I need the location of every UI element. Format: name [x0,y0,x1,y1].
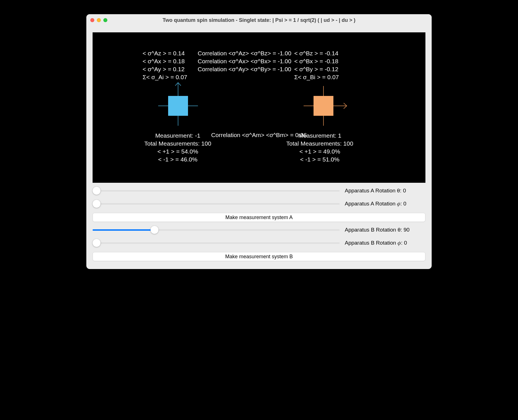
slider-row-a-phi: Apparatus A Rotation 𝜙: 0 [93,199,425,209]
correlation-m: Correlation <σ^Am> <σ^Bm> = 0.06 [93,132,425,138]
close-icon[interactable] [90,18,94,22]
measurements-b: Measurement: 1 Total Measurements: 100 <… [269,132,371,163]
slider-row-b-theta: Apparatus B Rotation θ: 90 [93,225,425,235]
window-title: Two quantum spin simulation - Singlet st… [86,17,432,23]
apparatus-b [299,82,348,130]
app-window: Two quantum spin simulation - Singlet st… [86,14,432,269]
slider-a-theta-label: Apparatus A Rotation θ: 0 [345,188,406,194]
measurement-b-minus: < -1 > = 51.0% [269,156,371,163]
slider-a-theta[interactable] [93,186,340,196]
measure-b-button[interactable]: Make measurement system B [93,252,425,261]
measurement-b-result: Measurement: 1 [269,132,371,140]
fullscreen-icon[interactable] [103,18,107,22]
sigma-bz-value: < σ^Bz > = -0.14 [294,49,362,57]
apparatus-b-icon [299,82,348,130]
measure-b-button-label: Make measurement system B [225,254,293,260]
slider-b-theta-label: Apparatus B Rotation θ: 90 [345,227,410,233]
slider-a-phi[interactable] [93,199,340,209]
sigma-bx-value: < σ^Bx > = -0.18 [294,57,362,65]
slider-b-phi[interactable] [93,238,340,248]
measurement-a-minus: < -1 > = 46.0% [127,156,229,163]
apparatus-a-icon [154,82,202,130]
sigma-by-value: < σ^By > = -0.12 [294,65,362,73]
apparatus-a [154,82,202,130]
stats-column-b: < σ^Bz > = -0.14 < σ^Bx > = -0.18 < σ^By… [294,49,362,81]
measurement-b-plus: < +1 > = 49.0% [269,148,371,156]
slider-a-phi-label: Apparatus A Rotation 𝜙: 0 [345,201,406,207]
titlebar: Two quantum spin simulation - Singlet st… [86,14,432,26]
window-controls [90,18,107,22]
sigma-a-sum-value: Σ< σ_Ai > = 0.07 [143,73,211,81]
svg-rect-4 [168,96,188,116]
measurement-a-plus: < +1 > = 54.0% [127,148,229,156]
slider-row-b-phi: Apparatus B Rotation 𝜙: 0 [93,238,425,248]
measurement-b-total: Total Measurements: 100 [269,140,371,148]
minimize-icon[interactable] [97,18,101,22]
simulation-canvas: < σ^Az > = 0.14 < σ^Ax > = 0.18 < σ^Ay >… [93,32,425,183]
measure-a-button[interactable]: Make measurement system A [93,213,425,222]
slider-b-theta[interactable] [93,225,340,235]
measurement-a-total: Total Measurements: 100 [127,140,229,148]
slider-b-phi-label: Apparatus B Rotation 𝜙: 0 [345,240,407,246]
slider-row-a-theta: Apparatus A Rotation θ: 0 [93,186,425,196]
measure-a-button-label: Make measurement system A [225,215,293,220]
sigma-b-sum-value: Σ< σ_Bi > = 0.07 [294,73,362,81]
svg-rect-9 [314,96,333,116]
content-area: < σ^Az > = 0.14 < σ^Ax > = 0.18 < σ^Ay >… [86,26,432,269]
